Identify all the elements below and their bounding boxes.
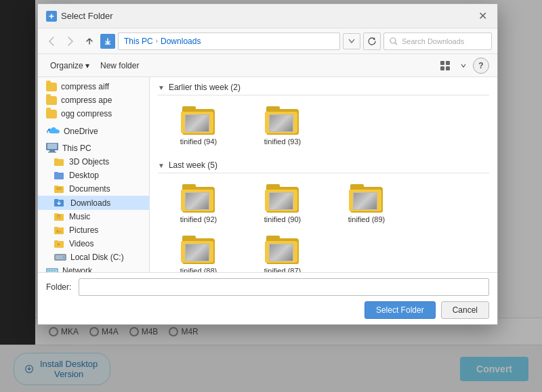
svg-rect-11: [49, 150, 55, 152]
organize-button[interactable]: Organize ▾: [46, 59, 93, 72]
svg-rect-36: [48, 270, 50, 271]
folder-image: [353, 192, 377, 210]
folder-tab: [266, 236, 280, 241]
videos-folder-icon: [54, 239, 65, 248]
folder-input-row: Folder:: [46, 278, 489, 296]
date-group-last-week: ▼ Last week (5) tinified (92): [158, 160, 489, 272]
folder-item[interactable]: tinified (87): [242, 230, 323, 272]
sidebar-item-videos[interactable]: Videos: [38, 237, 149, 251]
view-toggle-button[interactable]: [438, 58, 454, 74]
sidebar-item-desktop[interactable]: Desktop: [38, 169, 149, 182]
refresh-button[interactable]: [363, 32, 381, 50]
dialog-footer: Folder: Select Folder Cancel: [38, 272, 497, 324]
date-group-earlier-this-week: ▼ Earlier this week (2) tinified (94): [158, 83, 489, 152]
folder-icon: [46, 110, 57, 118]
folder-image-inner: [186, 193, 209, 209]
folder-tab: [182, 236, 196, 241]
folder-tab: [266, 184, 280, 190]
folder-image-inner: [354, 193, 377, 209]
folder-item[interactable]: tinified (92): [158, 179, 239, 227]
folder-image-inner: [186, 115, 209, 131]
svg-rect-22: [54, 199, 58, 201]
svg-rect-7: [440, 66, 444, 70]
help-button[interactable]: ?: [473, 58, 489, 74]
date-group-header: ▼ Last week (5): [158, 160, 489, 173]
svg-rect-12: [48, 152, 56, 153]
svg-rect-10: [47, 144, 57, 149]
folder-thumb: [265, 234, 300, 264]
breadcrumb-this-pc[interactable]: This PC: [124, 37, 153, 46]
nav-forward-button[interactable]: [62, 33, 79, 49]
sidebar-label: Local Disk (C:): [70, 253, 124, 262]
nav-up-button[interactable]: [81, 33, 98, 49]
sidebar-item-compress-ape[interactable]: compress ape: [38, 93, 149, 107]
folder-item[interactable]: tinified (88): [158, 230, 239, 272]
view-buttons: ?: [438, 58, 489, 74]
folder-tab: [182, 184, 196, 190]
location-icon: [100, 34, 115, 49]
svg-rect-6: [446, 61, 450, 65]
sidebar-label: Documents: [69, 184, 110, 194]
sidebar-item-ogg-compress[interactable]: ogg compress: [38, 107, 149, 121]
documents-folder-icon: [54, 184, 65, 194]
sidebar-item-network[interactable]: Network: [38, 264, 149, 272]
download-location-icon: [104, 37, 112, 45]
sidebar-item-compress-aiff[interactable]: compress aiff: [38, 80, 149, 93]
nav-back-button[interactable]: [43, 33, 60, 49]
folder-path-input[interactable]: [79, 278, 489, 296]
sidebar-item-documents[interactable]: Documents: [38, 182, 149, 196]
chevron-icon[interactable]: ▼: [158, 84, 165, 91]
view-dropdown-icon: [461, 63, 466, 68]
folder-thumb: [265, 105, 300, 135]
folder-label: tinified (87): [264, 267, 301, 272]
sidebar-item-local-disk[interactable]: Local Disk (C:): [38, 251, 149, 264]
folder-item[interactable]: tinified (90): [242, 179, 323, 227]
sidebar-label: ogg compress: [61, 109, 112, 118]
folder-image: [185, 114, 209, 132]
breadcrumb-sep1: ›: [156, 37, 158, 45]
folder-item[interactable]: tinified (94): [158, 101, 239, 150]
sidebar-label: compress ape: [61, 95, 112, 105]
folder-label: tinified (94): [180, 137, 217, 146]
sidebar-item-music[interactable]: Music: [38, 210, 149, 223]
folder-label: tinified (93): [264, 137, 301, 146]
new-folder-button[interactable]: New folder: [96, 59, 143, 72]
chevron-icon[interactable]: ▼: [158, 162, 165, 169]
dialog-close-button[interactable]: ✕: [476, 9, 489, 23]
search-box: Search Downloads: [383, 32, 492, 50]
date-group-header: ▼ Earlier this week (2): [158, 83, 489, 95]
folder-grid: tinified (94) tinified (93): [158, 101, 489, 152]
folder-label: tinified (90): [264, 215, 301, 223]
sidebar-item-this-pc[interactable]: This PC: [38, 141, 149, 155]
onedrive-icon: [46, 127, 60, 136]
sidebar-label: Downloads: [70, 198, 110, 208]
dialog-sidebar: compress aiff compress ape ogg compress …: [38, 77, 150, 272]
folder-item[interactable]: tinified (89): [326, 179, 407, 227]
folder-image-inner: [270, 193, 293, 209]
folder-image: [269, 192, 293, 210]
cancel-button[interactable]: Cancel: [441, 301, 489, 319]
svg-rect-19: [56, 188, 62, 188]
breadcrumb-downloads[interactable]: Downloads: [161, 37, 201, 46]
folder-item[interactable]: tinified (93): [242, 101, 323, 150]
pc-icon: [46, 143, 58, 153]
select-folder-button[interactable]: Select Folder: [364, 301, 436, 319]
date-group-label: Earlier this week (2): [169, 83, 241, 92]
folder-thumb: [265, 183, 300, 213]
svg-rect-18: [54, 186, 58, 188]
breadcrumb-dropdown-button[interactable]: [343, 33, 360, 49]
folder-image: [185, 192, 209, 210]
folder-image: [269, 244, 293, 261]
dialog-title-icon: [46, 11, 57, 22]
sidebar-item-3d-objects[interactable]: 3D Objects: [38, 155, 149, 169]
view-dropdown-button[interactable]: [455, 58, 472, 74]
sidebar-item-downloads[interactable]: Downloads: [38, 196, 149, 210]
sidebar-item-pictures[interactable]: Pictures: [38, 223, 149, 237]
sidebar-item-onedrive[interactable]: OneDrive: [38, 125, 149, 138]
svg-rect-38: [54, 270, 56, 271]
folder-field-label: Folder:: [46, 282, 73, 292]
svg-line-4: [395, 43, 397, 45]
dialog-buttons: Select Folder Cancel: [46, 301, 489, 319]
pictures-folder-icon: [54, 225, 65, 235]
svg-rect-26: [54, 227, 58, 229]
